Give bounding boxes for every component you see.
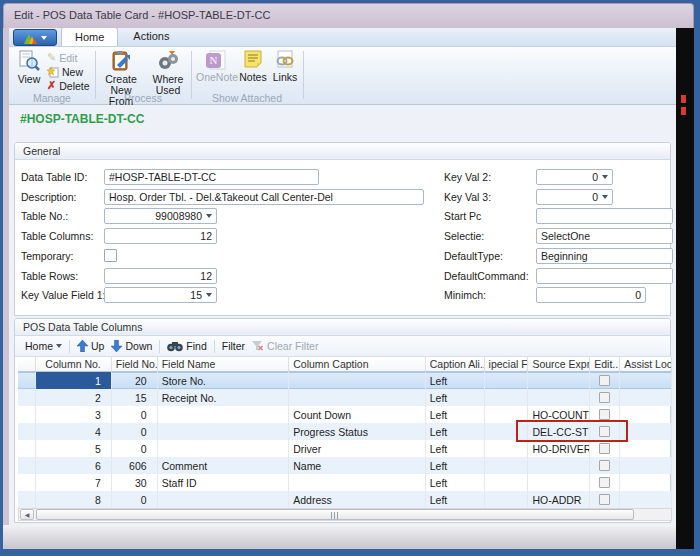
cell-caption[interactable]	[289, 372, 426, 389]
cell-selector[interactable]	[18, 406, 36, 423]
cell-assist[interactable]	[620, 457, 672, 474]
edit-checkbox[interactable]	[599, 494, 610, 505]
notes-button[interactable]: Notes	[238, 49, 268, 83]
cell-column_no[interactable]: 6	[36, 457, 112, 474]
table-row[interactable]: 730Staff IDLeft	[18, 474, 672, 491]
cell-column_no[interactable]: 3	[36, 406, 112, 423]
application-menu-button[interactable]	[13, 29, 57, 46]
filter-button[interactable]: Filter	[222, 340, 245, 352]
cell-field_no[interactable]: 30	[112, 474, 158, 491]
view-button[interactable]: View	[13, 49, 45, 85]
col-header-special[interactable]: ipecial Fiel...	[485, 357, 529, 372]
move-down-button[interactable]: Down	[111, 340, 152, 352]
cell-edit[interactable]	[590, 389, 620, 406]
cell-field_name[interactable]: Staff ID	[158, 474, 290, 491]
cell-edit[interactable]	[590, 457, 620, 474]
cell-source[interactable]: HO-DRIVER	[528, 440, 590, 457]
cell-assist[interactable]	[620, 389, 672, 406]
field-input[interactable]: 0	[536, 189, 613, 205]
edit-checkbox[interactable]	[599, 460, 610, 471]
cell-align[interactable]: Left	[426, 440, 485, 457]
cell-field_no[interactable]: 20	[112, 372, 158, 389]
cell-column_no[interactable]: 8	[36, 491, 112, 508]
cell-field_name[interactable]: Comment	[158, 457, 290, 474]
col-header-selector[interactable]	[18, 357, 36, 372]
horizontal-scrollbar[interactable]: ◀	[18, 508, 672, 521]
cell-selector[interactable]	[18, 491, 36, 508]
field-input[interactable]: Beginning	[536, 248, 673, 264]
cell-field_name[interactable]: Receipt No.	[158, 389, 290, 406]
cell-field_no[interactable]: 606	[112, 457, 158, 474]
cell-align[interactable]: Left	[426, 491, 485, 508]
scrollbar-thumb[interactable]	[36, 509, 634, 520]
clear-filter-button[interactable]: Clear Filter	[252, 340, 318, 352]
cell-caption[interactable]: Name	[289, 457, 426, 474]
subform-home-menu[interactable]: Home	[25, 340, 62, 352]
cell-selector[interactable]	[18, 372, 36, 389]
cell-edit[interactable]	[590, 440, 620, 457]
cell-source[interactable]	[528, 474, 590, 491]
cell-align[interactable]: Left	[426, 457, 485, 474]
col-header-caption[interactable]: Column Caption	[289, 357, 426, 372]
cell-caption[interactable]: Driver	[289, 440, 426, 457]
general-fasttab-header[interactable]: General	[15, 143, 670, 160]
dropdown-arrow-icon[interactable]	[602, 175, 608, 179]
field-input[interactable]	[536, 268, 673, 284]
edit-checkbox[interactable]	[599, 375, 610, 386]
col-header-field_no[interactable]: Field No.	[112, 357, 158, 372]
cell-column_no[interactable]: 7	[36, 474, 112, 491]
cell-align[interactable]: Left	[426, 389, 485, 406]
cell-assist[interactable]	[620, 474, 672, 491]
col-header-field_name[interactable]: Field Name	[158, 357, 290, 372]
subform-header[interactable]: POS Data Table Columns	[15, 319, 670, 336]
cell-field_no[interactable]: 0	[112, 440, 158, 457]
table-row[interactable]: 80AddressLeftHO-ADDR	[18, 491, 672, 508]
edit-checkbox[interactable]	[599, 477, 610, 488]
cell-field_name[interactable]: Store No.	[158, 372, 290, 389]
field-input[interactable]: 0	[536, 287, 646, 303]
table-row[interactable]: 120Store No.Left	[18, 372, 672, 389]
cell-edit[interactable]	[590, 372, 620, 389]
find-button[interactable]: Find	[167, 340, 206, 352]
cell-source[interactable]	[528, 389, 590, 406]
cell-field_no[interactable]: 15	[112, 389, 158, 406]
cell-column_no[interactable]: 2	[36, 389, 112, 406]
cell-field_no[interactable]: 0	[112, 423, 158, 440]
table-row[interactable]: 215Receipt No.Left	[18, 389, 672, 406]
cell-source[interactable]	[528, 457, 590, 474]
cell-align[interactable]: Left	[426, 372, 485, 389]
cell-source[interactable]	[528, 372, 590, 389]
cell-caption[interactable]: Address	[289, 491, 426, 508]
cell-field_name[interactable]	[158, 423, 290, 440]
cell-column_no[interactable]: 1	[36, 372, 112, 389]
cell-selector[interactable]	[18, 474, 36, 491]
cell-assist[interactable]	[620, 491, 672, 508]
table-row[interactable]: 6606CommentNameLeft	[18, 457, 672, 474]
move-up-button[interactable]: Up	[77, 340, 104, 352]
col-header-edit[interactable]: Edit...	[590, 357, 620, 372]
col-header-column_no[interactable]: Column No.	[36, 357, 112, 372]
cell-field_no[interactable]: 0	[112, 406, 158, 423]
field-input[interactable]	[536, 208, 673, 224]
cell-special[interactable]	[485, 389, 529, 406]
cell-source[interactable]: HO-ADDR	[528, 491, 590, 508]
new-button[interactable]: New	[47, 65, 83, 78]
cell-selector[interactable]	[18, 423, 36, 440]
cell-field_no[interactable]: 0	[112, 491, 158, 508]
cell-assist[interactable]	[620, 440, 672, 457]
edit-checkbox[interactable]	[599, 409, 610, 420]
cell-selector[interactable]	[18, 440, 36, 457]
cell-special[interactable]	[485, 440, 529, 457]
onenote-button[interactable]: N OneNote	[196, 49, 236, 83]
cell-caption[interactable]	[289, 389, 426, 406]
cell-special[interactable]	[485, 372, 529, 389]
cell-align[interactable]: Left	[426, 406, 485, 423]
col-header-source[interactable]: Source Expr...	[528, 357, 590, 372]
cell-field_name[interactable]	[158, 440, 290, 457]
cell-edit[interactable]	[590, 474, 620, 491]
field-input[interactable]: 0	[536, 169, 613, 185]
cell-caption[interactable]	[289, 474, 426, 491]
tab-actions[interactable]: Actions	[120, 28, 182, 46]
cell-assist[interactable]	[620, 372, 672, 389]
cell-special[interactable]	[485, 457, 529, 474]
